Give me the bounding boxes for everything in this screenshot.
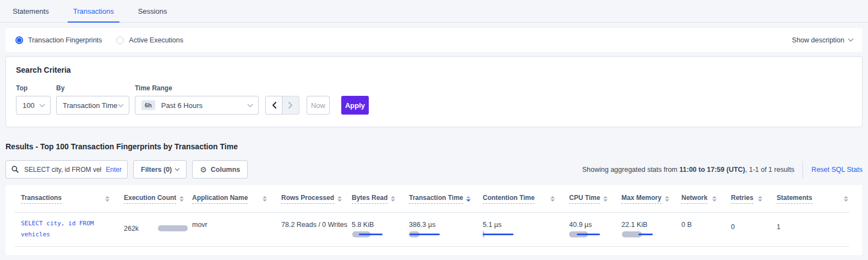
cell-transaction-time: 386.3 µs <box>409 213 483 247</box>
reset-sql-stats-link[interactable]: Reset SQL Stats <box>811 166 862 174</box>
column-header-transaction-time[interactable]: Transaction Time <box>409 194 483 204</box>
sort-caret-icon <box>712 196 717 202</box>
transaction-time-bar <box>409 231 447 237</box>
column-header-bytes-read[interactable]: Bytes Read <box>352 194 409 204</box>
column-header-max-memory[interactable]: Max Memory <box>621 194 681 204</box>
tab-statements[interactable]: Statements <box>7 0 54 22</box>
column-header-transactions[interactable]: Transactions <box>6 194 124 204</box>
time-range-select[interactable]: 6h Past 6 Hours <box>135 96 259 115</box>
vertical-divider <box>803 161 803 178</box>
filters-button-label: Filters (0) <box>141 166 172 174</box>
sort-caret-icon <box>337 196 342 202</box>
top-field: Top 100 <box>16 84 51 115</box>
results-controls: Enter Filters (0) ⚙ Columns Showing aggr… <box>6 160 862 178</box>
enter-hint-label: Enter <box>106 166 122 174</box>
top-select-value: 100 <box>23 101 35 110</box>
next-time-window-button[interactable] <box>282 96 299 115</box>
by-label: By <box>56 84 129 92</box>
sort-caret-icon <box>665 196 669 202</box>
radio-unselected-icon <box>116 36 124 44</box>
chevron-down-icon <box>118 101 124 107</box>
page-tabs: Statements Transactions Sessions <box>0 0 868 23</box>
time-range-label: Time Range <box>135 84 259 92</box>
top-label: Top <box>16 84 51 92</box>
cell-rows-processed: 78.2 Reads / 0 Writes <box>281 213 352 247</box>
chevron-down-icon <box>248 101 253 107</box>
sort-caret-icon <box>466 196 471 202</box>
bytes-read-bar <box>352 231 390 237</box>
query-search-box: Enter <box>6 160 128 178</box>
column-header-rows-processed[interactable]: Rows Processed <box>281 194 352 204</box>
stats-prefix: Showing aggregated stats from <box>582 166 680 174</box>
stats-suffix: , 1-1 of 1 results <box>745 166 795 174</box>
show-description-label: Show description <box>792 36 844 44</box>
cell-contention-time: 5.1 µs <box>483 213 569 247</box>
radio-selected-icon <box>15 36 23 44</box>
sort-caret-icon <box>550 196 555 202</box>
column-header-application-name[interactable]: Application Name <box>192 194 281 204</box>
max-memory-bar <box>621 231 660 237</box>
column-header-execution-count[interactable]: Execution Count <box>124 194 192 204</box>
results-heading: Results - Top 100 Transaction Fingerprin… <box>6 142 862 151</box>
sort-caret-icon <box>844 196 848 202</box>
chevron-right-icon <box>288 101 293 109</box>
stats-time-range: 11:00 to 17:59 (UTC) <box>679 166 745 174</box>
search-criteria-title: Search Criteria <box>16 66 852 74</box>
radio-label: Active Executions <box>129 36 183 44</box>
cell-application-name: movr <box>192 213 281 247</box>
radio-label: Transaction Fingerprints <box>28 36 102 44</box>
sort-caret-icon <box>179 196 184 202</box>
column-header-retries[interactable]: Retries <box>731 194 777 204</box>
time-range-badge: 6h <box>141 100 155 110</box>
cell-cpu-time: 40.9 µs <box>569 213 621 247</box>
contention-time-bar <box>483 231 521 237</box>
columns-button-label: Columns <box>211 166 240 174</box>
search-criteria-form: Top 100 By Transaction Time Time Range 6… <box>16 84 852 115</box>
view-mode-bar: Transaction Fingerprints Active Executio… <box>6 28 862 52</box>
time-range-field: Time Range 6h Past 6 Hours <box>135 84 259 115</box>
top-select[interactable]: 100 <box>16 96 51 115</box>
show-description-toggle[interactable]: Show description <box>792 36 853 44</box>
table-row: SELECT city, id FROM vehicles 262k movr … <box>6 213 862 247</box>
radio-active-executions[interactable]: Active Executions <box>116 36 183 44</box>
tab-transactions[interactable]: Transactions <box>68 0 119 22</box>
columns-button[interactable]: ⚙ Columns <box>192 160 248 178</box>
column-header-cpu-time[interactable]: CPU Time <box>569 194 621 204</box>
chevron-down-icon <box>40 101 45 107</box>
time-window-arrows <box>265 96 299 115</box>
by-field: By Transaction Time <box>56 84 129 115</box>
cell-transaction-fingerprint-link[interactable]: SELECT city, id FROM vehicles <box>6 213 107 247</box>
cell-execution-count: 262k <box>124 213 192 247</box>
apply-button[interactable]: Apply <box>341 96 369 115</box>
aggregated-stats-text: Showing aggregated stats from 11:00 to 1… <box>582 161 862 178</box>
time-range-value: Past 6 Hours <box>161 101 203 110</box>
tab-sessions[interactable]: Sessions <box>133 0 173 22</box>
by-select-value: Transaction Time <box>63 101 117 110</box>
chevron-left-icon <box>271 101 277 109</box>
cell-retries: 0 <box>731 213 777 247</box>
cpu-time-bar <box>569 231 608 237</box>
search-icon <box>12 166 19 173</box>
column-header-statements[interactable]: Statements <box>777 194 862 204</box>
cell-max-memory: 22.1 KiB <box>621 213 681 247</box>
filters-button[interactable]: Filters (0) <box>133 160 187 178</box>
search-input[interactable] <box>23 165 102 174</box>
chevron-down-icon <box>175 166 179 171</box>
sort-caret-icon <box>105 196 110 202</box>
sort-caret-icon <box>391 196 395 202</box>
column-header-contention-time[interactable]: Contention Time <box>483 194 569 204</box>
gear-icon: ⚙ <box>200 165 207 174</box>
cell-bytes-read: 5.8 KiB <box>352 213 409 247</box>
execution-count-bar <box>158 225 188 231</box>
previous-time-window-button[interactable] <box>265 96 282 115</box>
now-button[interactable]: Now <box>307 96 330 115</box>
sort-caret-icon <box>603 196 608 202</box>
radio-transaction-fingerprints[interactable]: Transaction Fingerprints <box>15 36 102 44</box>
sort-caret-icon <box>758 196 762 202</box>
cell-network: 0 B <box>681 213 731 247</box>
search-criteria-card: Search Criteria Top 100 By Transaction T… <box>6 56 862 127</box>
cell-statements: 1 <box>777 213 862 247</box>
by-select[interactable]: Transaction Time <box>56 96 129 115</box>
transactions-table: Transactions Execution Count Application… <box>6 185 862 255</box>
column-header-network[interactable]: Network <box>681 194 731 204</box>
